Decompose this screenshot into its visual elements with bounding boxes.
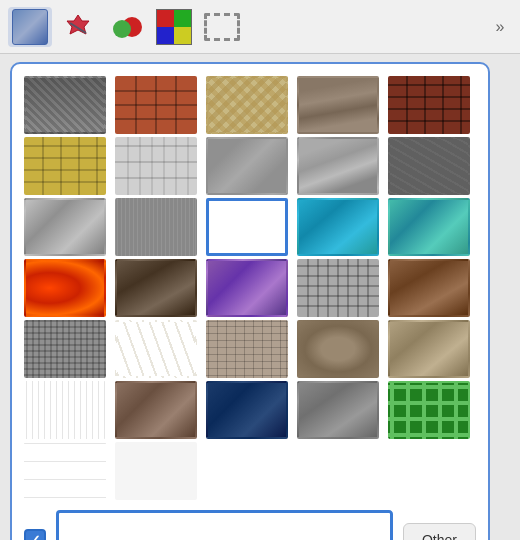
toolbar: » [0,0,520,54]
toolbar-checker[interactable] [152,7,196,47]
svg-point-3 [113,20,131,38]
toolbar-frame[interactable] [200,7,244,47]
toolbar-texture-cube[interactable] [8,7,52,47]
texture-cell-gray-rough[interactable] [297,381,379,439]
texture-cell-herringbone[interactable] [206,76,288,134]
materials-icon [108,11,144,43]
checkbox[interactable]: ✓ [24,529,46,540]
texture-cell-cliff[interactable] [297,76,379,134]
other-button[interactable]: Other [403,523,476,540]
texture-cell-marble[interactable] [115,320,197,378]
bottom-bar: ✓ Other [24,510,476,540]
texture-cell-blue-water[interactable] [206,198,288,256]
texture-cell-gravel[interactable] [297,320,379,378]
texture-cell-teal-water[interactable] [297,198,379,256]
texture-cell-white-panel[interactable] [115,137,197,195]
frame-icon [204,13,240,41]
texture-cell-small-tile[interactable] [206,320,288,378]
texture-cell-dark-blue[interactable] [206,381,288,439]
texture-cell-brown-rock[interactable] [388,259,470,317]
checker-icon [156,9,192,45]
eraser-icon [60,11,96,43]
texture-cell-dark-brick[interactable] [388,76,470,134]
texture-cell-brown-gravel[interactable] [115,381,197,439]
toolbar-materials[interactable] [104,7,148,47]
texture-cell-red-lava[interactable] [24,259,106,317]
texture-cell-metal-mesh[interactable] [24,320,106,378]
texture-cell-brick[interactable] [115,76,197,134]
preview-selected[interactable] [56,510,393,540]
texture-cube-icon [12,9,48,45]
texture-cell-dark-stone[interactable] [388,137,470,195]
texture-cell-green-grid[interactable] [388,381,470,439]
preview-texture [59,513,390,540]
texture-cell-dark-organic[interactable] [115,259,197,317]
texture-cell-silver[interactable] [24,198,106,256]
texture-cell-stone-gray[interactable] [24,76,106,134]
texture-grid [24,76,476,500]
texture-cell-stone-rough[interactable] [297,137,379,195]
svg-marker-0 [67,15,89,34]
texture-panel: ✓ Other [10,62,490,540]
texture-cell-white-empty[interactable] [115,442,197,500]
texture-cell-purple[interactable] [206,259,288,317]
texture-cell-wood-planks[interactable] [24,442,106,500]
texture-cell-gray-concrete[interactable] [206,137,288,195]
texture-cell-gray-fiber[interactable] [115,198,197,256]
toolbar-overflow[interactable]: » [488,15,512,39]
main-area: ✓ Other [0,54,520,540]
texture-cell-sand-gravel[interactable] [388,320,470,378]
toolbar-eraser[interactable] [56,7,100,47]
texture-cell-yellow-brick[interactable] [24,137,106,195]
texture-cell-teal[interactable] [388,198,470,256]
checkmark-icon: ✓ [29,533,41,540]
texture-cell-tile-mosaic[interactable] [297,259,379,317]
texture-cell-wood-dark[interactable] [24,381,106,439]
